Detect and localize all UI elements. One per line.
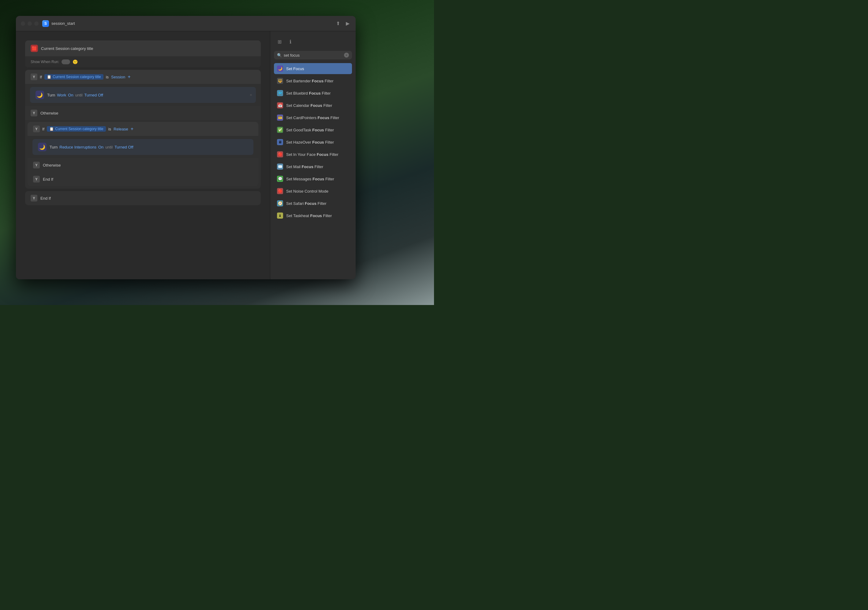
- sidebar-item-label-safari: Set Safari Focus Filter: [286, 201, 327, 206]
- remove-action-1[interactable]: ×: [250, 93, 252, 97]
- run-button[interactable]: ▶: [345, 20, 351, 26]
- session-title: Current Session category title: [41, 46, 93, 51]
- emoji-picker-icon[interactable]: 🙂: [73, 59, 78, 64]
- noise-control-icon: 🔴: [277, 188, 283, 194]
- turn-keyword-2: Turn: [50, 145, 57, 149]
- grid-icon[interactable]: ⊞: [275, 37, 284, 46]
- search-input[interactable]: [284, 53, 342, 57]
- session-block: 🟥 Current Session category title Show Wh…: [25, 40, 261, 67]
- safari-icon: 🧭: [277, 200, 283, 206]
- sidebar-item-messages[interactable]: 💬 Set Messages Focus Filter: [274, 173, 352, 184]
- until-label-2: until: [105, 145, 113, 149]
- turned-off-2[interactable]: Turned Off: [115, 145, 133, 149]
- end-if-label-2: End If: [40, 196, 51, 200]
- y-icon-end-if-1: Y: [33, 176, 40, 183]
- close-button[interactable]: [21, 22, 25, 26]
- sidebar-item-label-bartender: Set Bartender Focus Filter: [286, 79, 333, 83]
- until-label-1: until: [75, 93, 83, 97]
- end-if-row-2: Y End If: [25, 191, 261, 205]
- otherwise-row-2: Y Otherwise: [28, 158, 258, 172]
- otherwise-label-1: Otherwise: [40, 111, 59, 115]
- titlebar-actions: ⬆ ▶: [335, 20, 351, 26]
- if-block-2: Y If 📋 Current Session category title is…: [28, 122, 258, 186]
- sidebar-item-hazeover[interactable]: 🖥 Set HazeOver Focus Filter: [274, 137, 352, 147]
- sidebar-item-bartender[interactable]: 🔱 Set Bartender Focus Filter: [274, 75, 352, 86]
- end-if-row-1: Y End If: [28, 172, 258, 186]
- show-when-run-row: Show When Run: 🙂: [25, 56, 261, 67]
- search-clear-button[interactable]: ×: [344, 53, 349, 57]
- if-keyword-1: If: [40, 75, 42, 79]
- info-icon[interactable]: ℹ: [286, 37, 295, 46]
- state-1[interactable]: On: [68, 93, 73, 97]
- value-tag-1[interactable]: Session: [111, 75, 125, 79]
- action-row-1: 🌙 Turn Work On until Turned Off ×: [30, 87, 256, 103]
- turn-keyword-1: Turn: [47, 93, 55, 97]
- action-text-2: Turn Reduce Interruptions On until Turne…: [50, 145, 133, 149]
- if-icon-2: Y: [33, 126, 40, 132]
- bartender-icon: 🔱: [277, 78, 283, 84]
- sidebar-item-safari[interactable]: 🧭 Set Safari Focus Filter: [274, 198, 352, 209]
- main-window: S session_start ⬆ ▶ 🟥 Current Session ca…: [16, 16, 356, 279]
- focus-name-2[interactable]: Reduce Interruptions: [59, 145, 96, 149]
- session-category-tag-1[interactable]: 📋 Current Session category title: [44, 74, 103, 80]
- if-row-1: Y If 📋 Current Session category title is…: [25, 70, 261, 84]
- session-category-tag-2[interactable]: 📋 Current Session category title: [47, 126, 105, 132]
- search-icon: 🔍: [277, 53, 282, 57]
- sidebar-item-label-noise-control: Set Noise Control Mode: [286, 189, 329, 194]
- maximize-button[interactable]: [34, 22, 39, 26]
- add-condition-2[interactable]: +: [131, 126, 133, 132]
- operator-1: is: [106, 75, 108, 79]
- titlebar: S session_start ⬆ ▶: [16, 16, 356, 31]
- window-title: session_start: [51, 21, 335, 26]
- operator-2: is: [108, 127, 111, 131]
- sidebar-item-label-calendar: Set Calendar Focus Filter: [286, 103, 332, 108]
- state-2[interactable]: On: [98, 145, 104, 149]
- traffic-lights: [21, 22, 39, 26]
- moon-icon-2: 🌙: [38, 143, 46, 151]
- share-button[interactable]: ⬆: [335, 20, 341, 26]
- sidebar-item-calendar[interactable]: 📅 Set Calendar Focus Filter: [274, 100, 352, 111]
- otherwise-row-1: Y Otherwise: [25, 106, 261, 120]
- mail-icon: ✉️: [277, 163, 283, 170]
- sidebar-item-set-focus[interactable]: 🌙 Set Focus: [274, 63, 352, 74]
- set-focus-icon: 🌙: [277, 65, 283, 71]
- cardpointers-icon: 💳: [277, 115, 283, 121]
- sidebar-item-label-bluebird: Set Bluebird Focus Filter: [286, 91, 330, 96]
- focus-name-1[interactable]: Work: [57, 93, 66, 97]
- add-condition-1[interactable]: +: [128, 74, 130, 80]
- sidebar-item-label-in-your-face: Set In Your Face Focus Filter: [286, 152, 338, 157]
- end-if-label-1: End If: [43, 177, 53, 182]
- sidebar-item-noise-control[interactable]: 🔴 Set Noise Control Mode: [274, 186, 352, 197]
- sidebar-item-label-goodtask: Set GoodTask Focus Filter: [286, 128, 334, 132]
- app-icon: S: [42, 20, 49, 27]
- sidebar-item-goodtask[interactable]: ✅ Set GoodTask Focus Filter: [274, 124, 352, 135]
- value-tag-2[interactable]: Release: [113, 127, 128, 131]
- if-keyword-2: If: [42, 127, 44, 131]
- action-row-2: 🌙 Turn Reduce Interruptions On until Tur…: [33, 139, 253, 155]
- sidebar: ⊞ ℹ 🔍 × 🌙 Set Focus 🔱 Set Bartender Focu…: [270, 31, 356, 279]
- show-when-run-toggle[interactable]: [62, 59, 70, 64]
- sidebar-item-label-taskheat: Set Taskheat Focus Filter: [286, 213, 332, 218]
- sidebar-item-taskheat[interactable]: 🌡 Set Taskheat Focus Filter: [274, 210, 352, 221]
- calendar-icon: 📅: [277, 102, 283, 109]
- sidebar-item-label-set-focus: Set Focus: [286, 67, 304, 71]
- sidebar-item-mail[interactable]: ✉️ Set Mail Focus Filter: [274, 161, 352, 172]
- minimize-button[interactable]: [28, 22, 32, 26]
- tag-label-2: Current Session category title: [55, 127, 103, 131]
- tag-label-1: Current Session category title: [53, 75, 101, 79]
- main-content: 🟥 Current Session category title Show Wh…: [16, 31, 270, 279]
- sidebar-item-label-messages: Set Messages Focus Filter: [286, 177, 334, 181]
- if-row-2: Y If 📋 Current Session category title is…: [28, 122, 258, 136]
- show-when-run-label: Show When Run:: [31, 60, 59, 64]
- sidebar-item-label-cardpointers: Set CardPointers Focus Filter: [286, 115, 339, 120]
- if-icon-1: Y: [31, 73, 37, 80]
- action-text-1: Turn Work On until Turned Off: [47, 93, 103, 97]
- sidebar-item-label-mail: Set Mail Focus Filter: [286, 165, 323, 169]
- sidebar-item-cardpointers[interactable]: 💳 Set CardPointers Focus Filter: [274, 112, 352, 123]
- sidebar-item-bluebird[interactable]: 🐦 Set Bluebird Focus Filter: [274, 88, 352, 99]
- window-body: 🟥 Current Session category title Show Wh…: [16, 31, 356, 279]
- hazeover-icon: 🖥: [277, 139, 283, 145]
- turned-off-1[interactable]: Turned Off: [84, 93, 103, 97]
- sidebar-item-in-your-face[interactable]: 🔴 Set In Your Face Focus Filter: [274, 149, 352, 160]
- session-block-header: 🟥 Current Session category title: [25, 40, 261, 56]
